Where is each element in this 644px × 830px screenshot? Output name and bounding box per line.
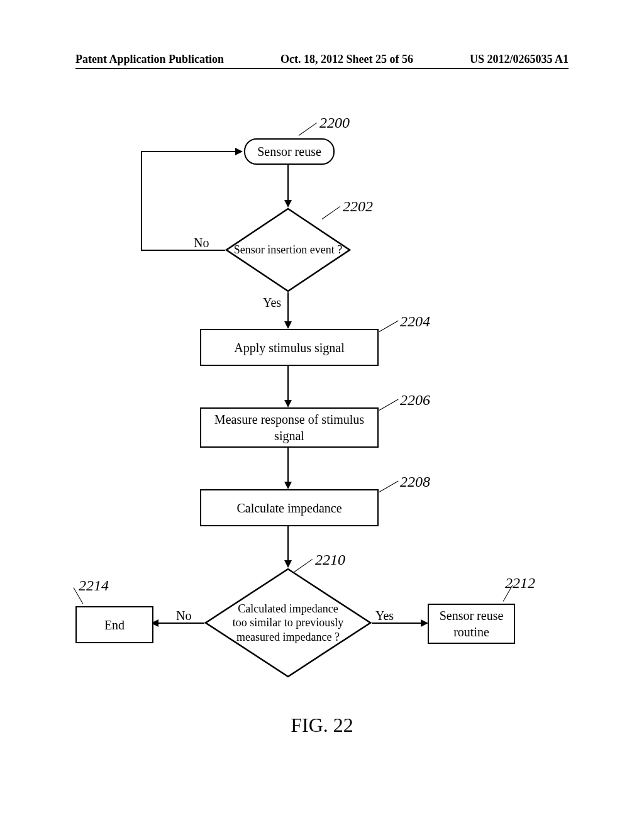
process-apply-stimulus: Apply stimulus signal (200, 329, 379, 366)
header-rule (75, 68, 569, 69)
ref-2212: 2212 (505, 575, 535, 592)
end-text: End (104, 617, 125, 633)
decision-impedance-similar: Calculated impedance too similar to prev… (204, 568, 372, 678)
d1-no-v (141, 151, 142, 251)
d1-no-h2 (141, 151, 235, 152)
reuse-box: Sensor reuse routine (428, 604, 515, 644)
process-calculate-impedance: Calculate impedance (200, 489, 379, 526)
ref-leader-2204 (379, 321, 399, 332)
d1-no-arrowhead (235, 148, 243, 155)
decision1-text: Sensor insertion event ? (234, 243, 342, 257)
arrowhead-start-d1 (284, 200, 292, 208)
arrowhead-s3-d2 (284, 560, 292, 568)
reuse-text: Sensor reuse routine (429, 607, 514, 640)
d1-no-h1 (141, 250, 225, 251)
arrow-d1-s1 (287, 292, 289, 323)
arrow-d2-reuse (372, 622, 421, 624)
ref-2200: 2200 (319, 114, 350, 131)
step3-text: Calculate impedance (236, 500, 341, 516)
ref-leader-2206 (379, 399, 399, 411)
start-terminator: Sensor reuse (244, 138, 335, 165)
ref-leader-2200 (299, 123, 317, 136)
ref-2204: 2204 (400, 313, 430, 330)
decision2-text: Calculated impedance too similar to prev… (231, 602, 345, 645)
header-left: Patent Application Publication (75, 53, 224, 66)
arrow-s1-s2 (287, 365, 289, 401)
arrow-s2-s3 (287, 446, 289, 483)
step1-text: Apply stimulus signal (234, 340, 345, 356)
arrowhead-s1-s2 (284, 400, 292, 407)
arrow-start-d1 (287, 163, 289, 201)
ref-2206: 2206 (400, 392, 430, 409)
arrow-s3-d2 (287, 525, 289, 562)
d1-no-label: No (194, 236, 209, 250)
ref-2208: 2208 (400, 473, 430, 490)
d2-no-label: No (176, 609, 191, 623)
ref-leader-2208 (379, 481, 399, 492)
ref-2202: 2202 (343, 198, 373, 215)
decision-insertion-event: Sensor insertion event ? (225, 208, 351, 292)
end-box: End (75, 606, 153, 643)
page-header: Patent Application Publication Oct. 18, … (0, 53, 644, 66)
header-right: US 2012/0265035 A1 (470, 53, 569, 66)
d1-yes-label: Yes (263, 296, 281, 310)
arrowhead-d1-s1 (284, 321, 292, 329)
arrowhead-s2-s3 (284, 482, 292, 489)
figure-caption: FIG. 22 (0, 714, 644, 737)
arrow-d2-end (158, 622, 204, 624)
flowchart: Sensor reuse 2200 Sensor insertion event… (0, 138, 644, 755)
header-center: Oct. 18, 2012 Sheet 25 of 56 (280, 53, 413, 66)
process-measure-response: Measure response of stimulus signal (200, 407, 379, 448)
step2-text: Measure response of stimulus signal (201, 411, 377, 444)
ref-2210: 2210 (315, 551, 345, 568)
ref-2214: 2214 (79, 577, 109, 594)
d2-yes-label: Yes (375, 609, 394, 623)
start-label: Sensor reuse (257, 145, 321, 159)
